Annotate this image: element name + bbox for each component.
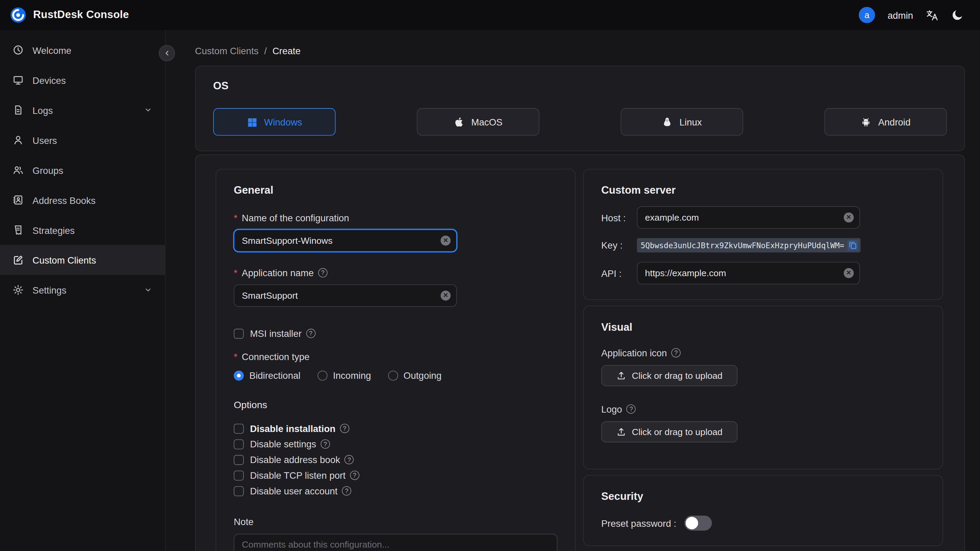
key-row: Key : 5Qbwsde3unUcJBtrx9ZkvUmwFNoExHzpry… [601,238,925,252]
os-option-label: Windows [264,116,302,127]
security-panel: Security Preset password : [583,475,943,546]
application-icon-upload-button[interactable]: Click or drag to upload [601,365,738,386]
sidebar-item-address-books[interactable]: Address Books [0,185,165,215]
disable-settings-checkbox[interactable]: Disable settings ? [234,436,557,452]
disable-address-book-checkbox[interactable]: Disable address book ? [234,452,557,467]
application-icon-label: Application icon ? [601,347,925,358]
checkbox-icon [234,424,244,433]
radio-bidirectional[interactable]: Bidirectional [234,370,301,381]
app-title: RustDesk Console [33,9,129,21]
sidebar-item-label: Custom Clients [32,255,96,265]
preset-password-toggle[interactable] [684,516,712,530]
right-column: Custom server Host : ✕ Key : 5Qbwsde3 [583,169,943,546]
sidebar-item-label: Logs [32,105,53,115]
logo-upload-button[interactable]: Click or drag to upload [601,421,738,442]
visual-title: Visual [601,321,925,334]
sidebar-item-groups[interactable]: Groups [0,155,165,185]
required-marker: * [234,351,238,362]
sidebar-item-settings[interactable]: Settings [0,275,165,305]
main-content: Custom Clients / Create OS Windows [166,30,980,551]
help-icon[interactable]: ? [321,440,330,449]
edit-square-icon [13,254,24,266]
radio-outgoing[interactable]: Outgoing [388,370,441,381]
sidebar-item-label: Strategies [32,225,75,235]
clear-icon[interactable]: ✕ [441,290,450,300]
os-card: OS Windows MacOS [195,65,965,151]
radio-incoming[interactable]: Incoming [317,370,371,381]
sidebar-collapse-button[interactable] [159,45,175,61]
help-icon[interactable]: ? [344,455,353,464]
help-icon[interactable]: ? [342,486,351,495]
options-title: Options [234,399,557,411]
help-icon[interactable]: ? [306,329,315,338]
checkbox-icon [234,328,244,338]
sidebar-item-devices[interactable]: Devices [0,65,165,95]
help-icon[interactable]: ? [627,404,636,414]
note-label: Note [234,516,557,527]
app-name-field-label: * Application name ? [234,267,557,278]
help-icon[interactable]: ? [340,424,349,433]
disable-user-account-checkbox[interactable]: Disable user account ? [234,483,557,499]
translate-icon[interactable] [926,8,939,21]
gear-icon [13,284,24,296]
breadcrumb-parent[interactable]: Custom Clients [195,46,258,56]
checkbox-icon [234,470,244,480]
apple-icon [454,116,465,127]
android-icon [861,116,871,127]
host-input[interactable] [637,206,860,229]
disable-tcp-listen-port-checkbox[interactable]: Disable TCP listen port ? [234,467,557,483]
sidebar-item-users[interactable]: Users [0,125,165,155]
help-icon[interactable]: ? [350,471,359,480]
clear-icon[interactable]: ✕ [441,236,450,245]
os-option-label: Linux [679,116,702,127]
os-buttons: Windows MacOS Linux [213,108,947,136]
brand: RustDesk Console [10,7,129,23]
sidebar-item-custom-clients[interactable]: Custom Clients [0,245,165,275]
os-option-macos[interactable]: MacOS [417,108,539,136]
security-title: Security [601,490,925,503]
chevron-down-icon [144,286,153,295]
clear-icon[interactable]: ✕ [843,268,853,278]
os-option-windows[interactable]: Windows [213,108,336,136]
upload-icon [616,427,626,437]
help-icon[interactable]: ? [671,348,681,357]
disable-installation-checkbox[interactable]: Disable installation ? [234,421,557,436]
api-label: API : [601,268,636,278]
clear-icon[interactable]: ✕ [843,212,853,222]
checkbox-icon [234,454,244,464]
username: admin [888,10,913,20]
topbar-right: a admin [859,7,964,23]
required-marker: * [234,212,238,223]
preset-password-label: Preset password : [601,518,676,529]
layout: Welcome Devices Logs [0,30,980,551]
sidebar-item-logs[interactable]: Logs [0,95,165,125]
application-name-input[interactable] [234,284,457,307]
os-option-linux[interactable]: Linux [620,108,743,136]
note-textarea[interactable] [234,533,557,551]
dark-mode-icon[interactable] [951,9,964,21]
connection-type-label: * Connection type [234,351,557,362]
configuration-name-input[interactable] [234,229,457,252]
sidebar-item-strategies[interactable]: Strategies [0,215,165,245]
copy-icon[interactable] [847,240,858,251]
os-option-android[interactable]: Android [824,108,947,136]
preset-password-row: Preset password : [601,516,925,530]
general-title: General [234,185,557,197]
checkbox-icon [234,486,244,496]
api-row: API : ✕ [601,262,925,284]
os-option-label: Android [878,116,910,127]
sidebar: Welcome Devices Logs [0,30,166,551]
monitor-icon [13,74,24,86]
linux-penguin-icon [662,116,673,127]
radio-icon [388,370,398,380]
sidebar-item-welcome[interactable]: Welcome [0,35,165,65]
api-input[interactable] [637,262,860,284]
general-panel: General * Name of the configuration ✕ * … [215,169,576,551]
msi-installer-checkbox[interactable]: MSI installer ? [234,326,557,341]
avatar[interactable]: a [859,7,875,23]
custom-server-title: Custom server [601,185,925,197]
help-icon[interactable]: ? [318,268,327,277]
checkbox-icon [234,439,244,449]
address-book-icon [13,194,24,205]
rustdesk-console-app: RustDesk Console a admin [0,0,980,551]
